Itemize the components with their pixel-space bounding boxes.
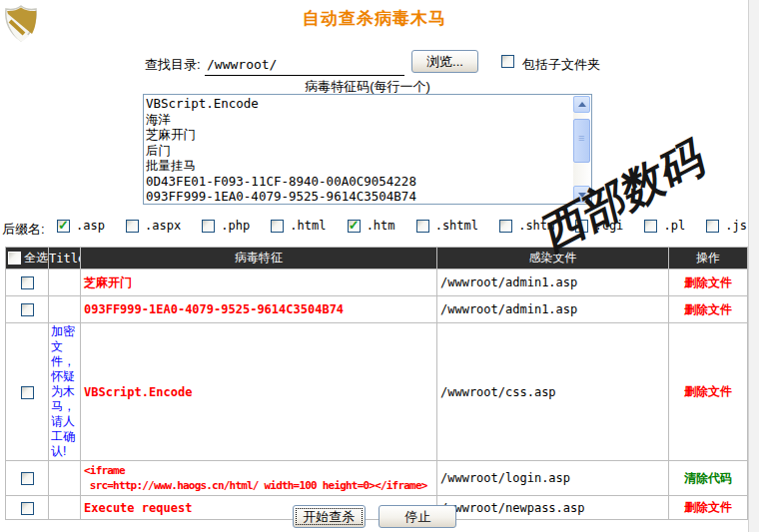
suffix-cgi-label: .cgi bbox=[594, 219, 623, 233]
select-all-header: 全选 bbox=[6, 248, 49, 269]
suffix-row: 后缀名: .asp .aspx .php .html .htm .shtml .… bbox=[2, 219, 747, 239]
browse-button[interactable]: 浏览... bbox=[411, 50, 478, 73]
table-header-row: 全选 Title 病毒特征 感染文件 操作 bbox=[6, 248, 748, 269]
suffix-option-shtm: .shtm bbox=[499, 219, 554, 233]
suffix-shtm-checkbox[interactable] bbox=[499, 220, 512, 233]
suffix-html-label: .html bbox=[290, 219, 326, 233]
signature-scrollbar[interactable] bbox=[573, 96, 590, 203]
signature-textarea-value[interactable]: VBScript.Encode 海洋 芝麻开门 后门 批量挂马 0D43FE01… bbox=[146, 96, 572, 203]
suffix-cgi-checkbox[interactable] bbox=[575, 220, 588, 233]
row-title bbox=[49, 461, 81, 496]
delete-file-link[interactable]: 删除文件 bbox=[684, 384, 732, 398]
suffix-shtml-checkbox[interactable] bbox=[416, 220, 429, 233]
row-checkbox[interactable] bbox=[21, 276, 34, 289]
row-signature: 芝麻开门 bbox=[81, 269, 437, 296]
suffix-option-js: .js bbox=[706, 219, 747, 233]
suffix-html-checkbox[interactable] bbox=[271, 220, 284, 233]
suffix-option-html: .html bbox=[271, 219, 326, 233]
suffix-aspx-label: .aspx bbox=[145, 219, 181, 233]
suffix-options: .asp .aspx .php .html .htm .shtml .shtm bbox=[57, 219, 747, 233]
row-checkbox[interactable] bbox=[21, 472, 34, 485]
suffix-pl-checkbox[interactable] bbox=[644, 220, 657, 233]
suffix-asp-label: .asp bbox=[76, 219, 105, 233]
suffix-pl-label: .pl bbox=[663, 219, 685, 233]
row-signature: VBScript.Encode bbox=[81, 323, 437, 461]
row-title-note: 加密文件，怀疑为木马，请人工确认! bbox=[49, 323, 81, 461]
bottom-button-row: 开始查杀 停止 bbox=[0, 505, 749, 528]
select-all-checkbox[interactable] bbox=[8, 252, 21, 265]
suffix-option-aspx: .aspx bbox=[126, 219, 181, 233]
scrollbar-thumb[interactable] bbox=[573, 119, 590, 163]
row-checkbox[interactable] bbox=[21, 303, 34, 316]
start-scan-button[interactable]: 开始查杀 bbox=[293, 505, 366, 528]
clean-code-link[interactable]: 清除代码 bbox=[684, 471, 732, 485]
row-title bbox=[49, 269, 81, 296]
suffix-htm-checkbox[interactable] bbox=[348, 220, 361, 233]
include-subfolders-label: 包括子文件夹 bbox=[522, 56, 600, 74]
table-row: 芝麻开门 /wwwroot/admin1.asp 删除文件 bbox=[6, 269, 748, 296]
row-infected-file: /wwwroot/admin1.asp bbox=[437, 296, 669, 323]
suffix-htm-label: .htm bbox=[367, 219, 395, 233]
row-infected-file: /wwwroot/login.asp bbox=[437, 461, 669, 496]
suffix-php-label: .php bbox=[221, 219, 250, 233]
suffix-php-checkbox[interactable] bbox=[202, 220, 215, 233]
signature-textarea[interactable]: VBScript.Encode 海洋 芝麻开门 后门 批量挂马 0D43FE01… bbox=[143, 94, 592, 205]
suffix-aspx-checkbox[interactable] bbox=[126, 220, 139, 233]
row-signature: <iframe src=http://www.haogs.cn/html/ wi… bbox=[81, 461, 437, 496]
suffix-js-checkbox[interactable] bbox=[706, 220, 719, 233]
window-edge-strip bbox=[748, 0, 759, 532]
table-row: 加密文件，怀疑为木马，请人工确认! VBScript.Encode /wwwro… bbox=[6, 323, 748, 461]
suffix-shtm-label: .shtm bbox=[518, 219, 554, 233]
stop-button[interactable]: 停止 bbox=[379, 505, 456, 528]
suffix-option-php: .php bbox=[202, 219, 250, 233]
search-directory-input[interactable] bbox=[205, 52, 404, 76]
action-header: 操作 bbox=[669, 248, 748, 269]
table-row: <iframe src=http://www.haogs.cn/html/ wi… bbox=[6, 461, 748, 496]
suffix-asp-checkbox[interactable] bbox=[57, 220, 70, 233]
scan-results-table: 全选 Title 病毒特征 感染文件 操作 芝麻开门 /wwwroot/admi… bbox=[5, 247, 748, 520]
row-infected-file: /wwwroot/admin1.asp bbox=[437, 269, 669, 296]
row-checkbox[interactable] bbox=[21, 386, 34, 399]
suffix-option-cgi: .cgi bbox=[575, 219, 623, 233]
suffix-js-label: .js bbox=[725, 219, 747, 233]
row-infected-file: /wwwroot/css.asp bbox=[437, 323, 669, 461]
search-directory-label: 查找目录: bbox=[145, 56, 201, 74]
suffix-option-shtml: .shtml bbox=[416, 219, 478, 233]
table-row: 093FF999-1EA0-4079-9525-9614C3504B74 /ww… bbox=[6, 296, 748, 323]
signature-header: 病毒特征 bbox=[81, 248, 437, 269]
infected-file-header: 感染文件 bbox=[437, 248, 669, 269]
page-title: 自动查杀病毒木马 bbox=[0, 7, 749, 30]
delete-file-link[interactable]: 删除文件 bbox=[684, 302, 732, 316]
suffix-label: 后缀名: bbox=[2, 221, 45, 239]
scroll-down-icon[interactable] bbox=[573, 186, 590, 203]
scroll-up-icon[interactable] bbox=[573, 96, 590, 113]
select-all-label: 全选 bbox=[24, 251, 48, 265]
title-header: Title bbox=[49, 248, 81, 269]
suffix-option-asp: .asp bbox=[57, 219, 105, 233]
row-signature: 093FF999-1EA0-4079-9525-9614C3504B74 bbox=[81, 296, 437, 323]
delete-file-link[interactable]: 删除文件 bbox=[684, 275, 732, 289]
suffix-shtml-label: .shtml bbox=[435, 219, 478, 233]
suffix-option-htm: .htm bbox=[348, 219, 395, 233]
row-title bbox=[49, 296, 81, 323]
include-subfolders-checkbox[interactable] bbox=[501, 55, 514, 68]
suffix-option-pl: .pl bbox=[644, 219, 685, 233]
